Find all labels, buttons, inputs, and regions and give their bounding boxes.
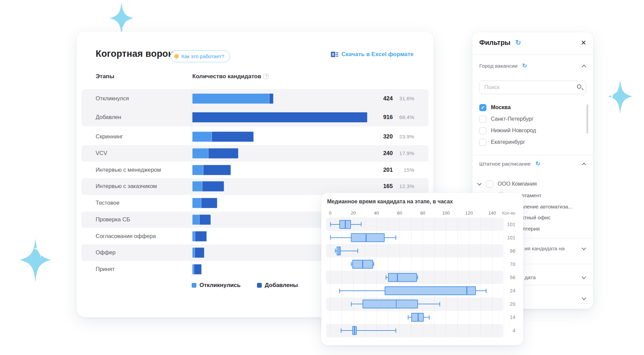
gridline: [434, 218, 435, 337]
city-option: Санкт-Петербург: [479, 114, 533, 124]
count-column-header: Кол-во: [502, 211, 515, 216]
stacked-bar: [192, 198, 217, 208]
axis-tick-label: 80: [420, 210, 425, 216]
company-label: ООО Компания: [498, 181, 537, 187]
city-checkbox[interactable]: ✓: [479, 104, 486, 111]
reset-filters-icon[interactable]: ↺: [515, 38, 521, 47]
stage-label: Интервью с заказчиком: [96, 183, 157, 189]
search-icon: [577, 84, 581, 89]
legend-swatch: [192, 283, 196, 288]
table-row: Интервью с менеджером20115%: [81, 162, 429, 178]
search-input[interactable]: [479, 81, 586, 94]
table-row: Откликнулся42431.6%: [81, 89, 429, 108]
city-checkbox[interactable]: [479, 116, 486, 123]
help-icon[interactable]: ?: [263, 73, 269, 79]
box: [385, 286, 476, 295]
gridline: [446, 218, 446, 337]
axis-tick-label: 100: [442, 210, 450, 216]
how-it-works-label: Как это работает?: [181, 53, 224, 59]
section-city: Город вакансии ↺: [479, 62, 585, 69]
chevron-up-icon[interactable]: [582, 163, 586, 167]
city-checkbox[interactable]: [479, 127, 486, 134]
download-excel-link[interactable]: X Скачать в Excel форматe: [331, 51, 414, 58]
row-value: 916: [352, 114, 393, 121]
row-percent: 23.9%: [394, 134, 414, 140]
median-line: [339, 247, 340, 255]
bar-segment-responded: [192, 181, 202, 191]
whisker-cap-max: [417, 275, 418, 280]
row-value: 165: [352, 183, 393, 190]
median-line: [366, 233, 367, 242]
row-percent: 12.3%: [394, 183, 414, 189]
whisker-cap-max: [439, 302, 440, 306]
axis-tick-label: 0: [329, 210, 332, 216]
svg-text:X: X: [332, 52, 335, 56]
whisker-cap-max: [361, 222, 361, 226]
stage-label: Оффер: [96, 249, 115, 256]
scrollbar-thumb[interactable]: [586, 104, 588, 134]
tree-root-company: ООО Компания: [478, 179, 537, 189]
median-line: [362, 260, 363, 269]
row-value: 320: [352, 133, 393, 140]
stacked-bar: [192, 112, 367, 122]
stage-label: Принят: [96, 266, 115, 272]
bar-segment-added: [195, 248, 204, 258]
table-row: Скриннинг32023.9%: [81, 129, 429, 145]
close-icon[interactable]: ×: [581, 39, 586, 46]
whisker-cap-max: [396, 328, 396, 333]
reset-city-icon[interactable]: ↺: [522, 62, 527, 69]
row-count: 4: [500, 328, 515, 333]
city-checkbox[interactable]: [479, 139, 486, 146]
stacked-bar: [192, 94, 273, 104]
bar-segment-added: [203, 165, 231, 175]
whisker-cap-min: [339, 289, 340, 293]
company-checkbox[interactable]: [486, 181, 493, 188]
bar-segment-added: [194, 264, 202, 274]
row-count: 70: [500, 261, 515, 267]
gridline: [469, 218, 469, 337]
download-excel-label: Скачать в Excel форматe: [341, 51, 414, 58]
row-percent: 15%: [394, 167, 414, 173]
bar-segment-added: [192, 112, 367, 122]
bar-segment-responded: [192, 94, 269, 104]
box: [351, 233, 385, 242]
median-line: [466, 286, 467, 295]
row-count: 20: [500, 301, 515, 307]
bar-segment-responded: [192, 148, 208, 158]
whisker-cap-max: [357, 249, 358, 253]
row-count: 24: [500, 288, 515, 293]
stage-label: Добавлен: [96, 114, 121, 120]
chevron-down-icon[interactable]: [582, 275, 586, 279]
whisker-cap-min: [330, 235, 331, 240]
median-line: [418, 313, 419, 322]
whisker-cap-min: [408, 315, 408, 320]
stage-label: Тестовое: [96, 200, 119, 206]
row-percent: 31.6%: [394, 96, 414, 102]
city-option-label: Санкт-Петербург: [491, 116, 533, 122]
row-count: 101: [500, 235, 515, 240]
legend-swatch: [257, 283, 262, 288]
chevron-up-icon[interactable]: [582, 65, 586, 69]
reset-staff-icon[interactable]: ↺: [535, 160, 540, 167]
stacked-bar: [192, 264, 202, 274]
stacked-bar: [192, 148, 238, 158]
whisker-cap-max: [396, 235, 396, 240]
bar-segment-added: [199, 215, 211, 225]
bar-segment-added: [269, 94, 273, 104]
row-value: 201: [352, 167, 393, 173]
whisker-cap-min: [341, 328, 341, 333]
chevron-down-icon[interactable]: [582, 246, 586, 250]
stacked-bar: [192, 248, 204, 258]
stage-label: Скриннинг: [96, 133, 123, 140]
median-time-chart-card: Медианное время кандидата на этапе, в ча…: [321, 193, 523, 345]
bar-segment-added: [201, 198, 217, 208]
row-percent: 17.9%: [394, 150, 414, 156]
how-it-works-button[interactable]: Как это работает?: [171, 50, 230, 62]
whisker-cap-max: [486, 289, 486, 293]
bar-segment-responded: [192, 132, 212, 142]
box: [363, 300, 418, 308]
axis-tick-label: 140: [488, 210, 496, 216]
chevron-down-icon[interactable]: [477, 181, 482, 186]
stacked-bar: [192, 181, 224, 191]
chevron-down-icon[interactable]: [582, 296, 586, 300]
